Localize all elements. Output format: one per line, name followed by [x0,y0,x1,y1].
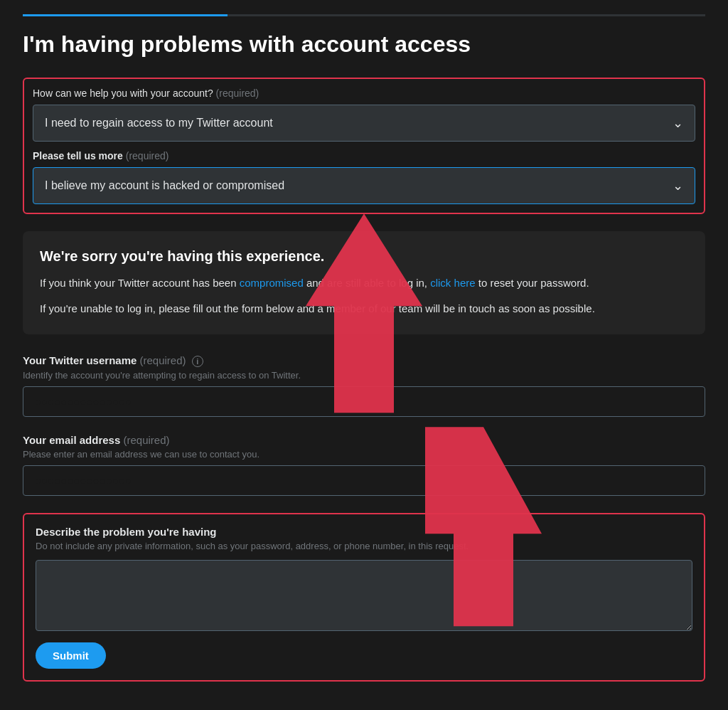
click-here-link[interactable]: click here [430,277,475,289]
progress-bar-container [23,14,705,16]
username-sublabel: Identify the account you're attempting t… [23,370,705,381]
info-box-text-2: If you're unable to log in, please fill … [40,300,688,317]
username-input[interactable] [23,386,705,417]
help-dropdown-value: I need to regain access to my Twitter ac… [45,117,273,129]
tell-more-dropdown-value: I believe my account is hacked or compro… [45,179,284,192]
info-box: We're sorry you're having this experienc… [23,231,705,334]
username-info-icon[interactable]: i [192,356,203,367]
info-box-title: We're sorry you're having this experienc… [40,248,688,265]
username-group: Your Twitter username (required) i Ident… [23,354,705,417]
email-group: Your email address (required) Please ent… [23,434,705,496]
help-dropdown-wrapper: I need to regain access to my Twitter ac… [33,105,695,142]
help-dropdown[interactable]: I need to regain access to my Twitter ac… [33,105,695,142]
username-label: Your Twitter username (required) i [23,354,705,367]
compromised-link[interactable]: compromised [240,277,304,289]
email-label: Your email address (required) [23,434,705,446]
problem-textarea[interactable] [36,560,692,631]
tell-more-label: Please tell us more (required) [33,150,695,161]
help-label: How can we help you with your account? (… [33,88,695,99]
progress-bar-fill [23,14,228,16]
page-title: I'm having problems with account access [23,31,705,58]
tell-more-dropdown-wrapper: I believe my account is hacked or compro… [33,167,695,204]
email-sublabel: Please enter an email address we can use… [23,449,705,460]
help-dropdown-chevron-icon: ⌄ [673,115,683,131]
problem-sublabel: Do not include any private information, … [36,541,692,551]
problem-label: Describe the problem you're having [36,526,692,538]
submit-button[interactable]: Submit [36,642,106,669]
tell-more-dropdown[interactable]: I believe my account is hacked or compro… [33,167,695,204]
info-box-text-1: If you think your Twitter account has be… [40,275,688,292]
help-section: How can we help you with your account? (… [23,78,705,214]
tell-more-dropdown-chevron-icon: ⌄ [673,178,683,194]
email-input[interactable] [23,465,705,496]
problem-section: Describe the problem you're having Do no… [23,513,705,682]
